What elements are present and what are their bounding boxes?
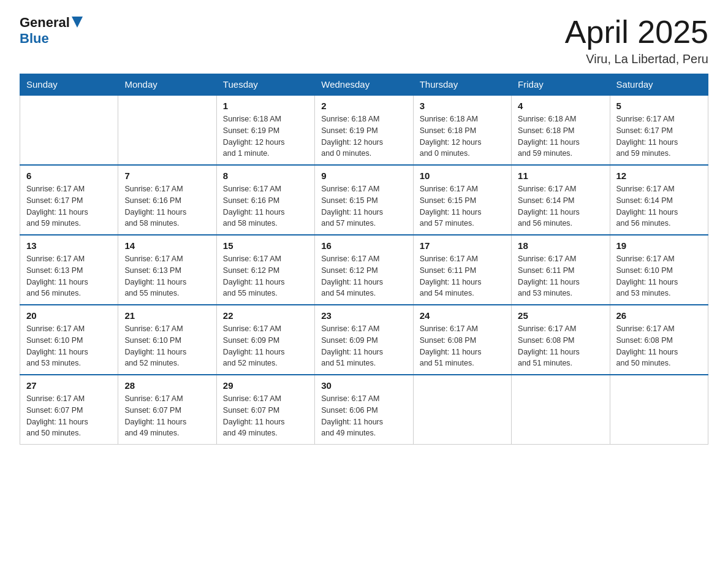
day-number: 26 — [616, 310, 702, 321]
calendar-cell: 29Sunrise: 6:17 AMSunset: 6:07 PMDayligh… — [216, 375, 314, 445]
day-info: Sunrise: 6:17 AMSunset: 6:10 PMDaylight:… — [124, 323, 210, 369]
calendar-cell: 21Sunrise: 6:17 AMSunset: 6:10 PMDayligh… — [118, 305, 216, 375]
day-info: Sunrise: 6:17 AMSunset: 6:07 PMDaylight:… — [124, 393, 210, 439]
day-number: 6 — [26, 170, 112, 181]
day-number: 16 — [321, 240, 406, 251]
calendar-week-row: 20Sunrise: 6:17 AMSunset: 6:10 PMDayligh… — [20, 305, 708, 375]
day-info: Sunrise: 6:17 AMSunset: 6:08 PMDaylight:… — [518, 323, 603, 369]
day-info: Sunrise: 6:17 AMSunset: 6:08 PMDaylight:… — [616, 323, 702, 369]
weekday-header: Sunday — [20, 74, 118, 96]
calendar-cell: 17Sunrise: 6:17 AMSunset: 6:11 PMDayligh… — [413, 235, 511, 305]
calendar-table: SundayMondayTuesdayWednesdayThursdayFrid… — [20, 74, 708, 445]
day-info: Sunrise: 6:18 AMSunset: 6:19 PMDaylight:… — [321, 113, 406, 159]
logo-triangle-icon — [72, 17, 83, 28]
weekday-header: Tuesday — [216, 74, 314, 96]
calendar-cell: 18Sunrise: 6:17 AMSunset: 6:11 PMDayligh… — [512, 235, 610, 305]
calendar-cell: 13Sunrise: 6:17 AMSunset: 6:13 PMDayligh… — [20, 235, 118, 305]
calendar-cell: 1Sunrise: 6:18 AMSunset: 6:19 PMDaylight… — [216, 95, 314, 165]
weekday-header: Monday — [118, 74, 216, 96]
day-number: 30 — [321, 380, 406, 391]
calendar-week-row: 13Sunrise: 6:17 AMSunset: 6:13 PMDayligh… — [20, 235, 708, 305]
calendar-cell: 27Sunrise: 6:17 AMSunset: 6:07 PMDayligh… — [20, 375, 118, 445]
day-number: 8 — [223, 170, 308, 181]
day-number: 24 — [420, 310, 505, 321]
calendar-header-row: SundayMondayTuesdayWednesdayThursdayFrid… — [20, 74, 708, 96]
day-info: Sunrise: 6:17 AMSunset: 6:06 PMDaylight:… — [321, 393, 406, 439]
day-info: Sunrise: 6:17 AMSunset: 6:07 PMDaylight:… — [26, 393, 112, 439]
calendar-cell — [610, 375, 708, 445]
day-number: 15 — [223, 240, 308, 251]
day-number: 3 — [420, 101, 505, 111]
day-number: 17 — [420, 240, 505, 251]
calendar-cell: 26Sunrise: 6:17 AMSunset: 6:08 PMDayligh… — [610, 305, 708, 375]
day-info: Sunrise: 6:17 AMSunset: 6:13 PMDaylight:… — [124, 253, 210, 299]
calendar-cell: 25Sunrise: 6:17 AMSunset: 6:08 PMDayligh… — [512, 305, 610, 375]
calendar-cell: 11Sunrise: 6:17 AMSunset: 6:14 PMDayligh… — [512, 165, 610, 235]
day-info: Sunrise: 6:17 AMSunset: 6:15 PMDaylight:… — [420, 183, 505, 229]
day-number: 5 — [616, 101, 702, 111]
day-info: Sunrise: 6:18 AMSunset: 6:19 PMDaylight:… — [223, 113, 308, 159]
day-number: 20 — [26, 310, 112, 321]
day-number: 27 — [26, 380, 112, 391]
calendar-cell: 6Sunrise: 6:17 AMSunset: 6:17 PMDaylight… — [20, 165, 118, 235]
calendar-cell: 30Sunrise: 6:17 AMSunset: 6:06 PMDayligh… — [315, 375, 413, 445]
day-number: 19 — [616, 240, 702, 251]
logo-general-text: General — [20, 15, 70, 31]
calendar-cell: 2Sunrise: 6:18 AMSunset: 6:19 PMDaylight… — [315, 95, 413, 165]
day-info: Sunrise: 6:18 AMSunset: 6:18 PMDaylight:… — [518, 113, 603, 159]
calendar-cell: 14Sunrise: 6:17 AMSunset: 6:13 PMDayligh… — [118, 235, 216, 305]
day-number: 10 — [420, 170, 505, 181]
day-info: Sunrise: 6:17 AMSunset: 6:17 PMDaylight:… — [616, 113, 702, 159]
calendar-cell: 24Sunrise: 6:17 AMSunset: 6:08 PMDayligh… — [413, 305, 511, 375]
day-info: Sunrise: 6:17 AMSunset: 6:11 PMDaylight:… — [420, 253, 505, 299]
title-block: April 2025 Viru, La Libertad, Peru — [565, 15, 708, 66]
calendar-week-row: 1Sunrise: 6:18 AMSunset: 6:19 PMDaylight… — [20, 95, 708, 165]
calendar-cell: 15Sunrise: 6:17 AMSunset: 6:12 PMDayligh… — [216, 235, 314, 305]
calendar-cell: 7Sunrise: 6:17 AMSunset: 6:16 PMDaylight… — [118, 165, 216, 235]
calendar-cell: 3Sunrise: 6:18 AMSunset: 6:18 PMDaylight… — [413, 95, 511, 165]
day-info: Sunrise: 6:17 AMSunset: 6:11 PMDaylight:… — [518, 253, 603, 299]
day-number: 23 — [321, 310, 406, 321]
page-title: April 2025 — [565, 15, 708, 50]
day-info: Sunrise: 6:17 AMSunset: 6:08 PMDaylight:… — [420, 323, 505, 369]
day-number: 18 — [518, 240, 603, 251]
logo-blue-text: Blue — [20, 31, 49, 47]
weekday-header: Friday — [512, 74, 610, 96]
calendar-cell: 10Sunrise: 6:17 AMSunset: 6:15 PMDayligh… — [413, 165, 511, 235]
day-info: Sunrise: 6:17 AMSunset: 6:10 PMDaylight:… — [616, 253, 702, 299]
day-number: 12 — [616, 170, 702, 181]
day-number: 1 — [223, 101, 308, 111]
day-info: Sunrise: 6:17 AMSunset: 6:14 PMDaylight:… — [616, 183, 702, 229]
day-number: 25 — [518, 310, 603, 321]
calendar-week-row: 6Sunrise: 6:17 AMSunset: 6:17 PMDaylight… — [20, 165, 708, 235]
day-number: 14 — [124, 240, 210, 251]
calendar-cell: 23Sunrise: 6:17 AMSunset: 6:09 PMDayligh… — [315, 305, 413, 375]
calendar-cell: 19Sunrise: 6:17 AMSunset: 6:10 PMDayligh… — [610, 235, 708, 305]
day-info: Sunrise: 6:17 AMSunset: 6:15 PMDaylight:… — [321, 183, 406, 229]
svg-marker-0 — [72, 17, 83, 28]
calendar-cell: 16Sunrise: 6:17 AMSunset: 6:12 PMDayligh… — [315, 235, 413, 305]
calendar-cell: 28Sunrise: 6:17 AMSunset: 6:07 PMDayligh… — [118, 375, 216, 445]
day-number: 21 — [124, 310, 210, 321]
weekday-header: Thursday — [413, 74, 511, 96]
day-info: Sunrise: 6:17 AMSunset: 6:12 PMDaylight:… — [223, 253, 308, 299]
calendar-cell — [20, 95, 118, 165]
day-number: 7 — [124, 170, 210, 181]
weekday-header: Wednesday — [315, 74, 413, 96]
calendar-cell: 8Sunrise: 6:17 AMSunset: 6:16 PMDaylight… — [216, 165, 314, 235]
calendar-cell — [413, 375, 511, 445]
day-info: Sunrise: 6:17 AMSunset: 6:09 PMDaylight:… — [321, 323, 406, 369]
calendar-cell — [512, 375, 610, 445]
day-number: 28 — [124, 380, 210, 391]
day-info: Sunrise: 6:17 AMSunset: 6:14 PMDaylight:… — [518, 183, 603, 229]
day-number: 4 — [518, 101, 603, 111]
calendar-cell: 4Sunrise: 6:18 AMSunset: 6:18 PMDaylight… — [512, 95, 610, 165]
day-number: 2 — [321, 101, 406, 111]
calendar-week-row: 27Sunrise: 6:17 AMSunset: 6:07 PMDayligh… — [20, 375, 708, 445]
day-info: Sunrise: 6:17 AMSunset: 6:07 PMDaylight:… — [223, 393, 308, 439]
day-info: Sunrise: 6:17 AMSunset: 6:09 PMDaylight:… — [223, 323, 308, 369]
day-info: Sunrise: 6:18 AMSunset: 6:18 PMDaylight:… — [420, 113, 505, 159]
calendar-cell: 12Sunrise: 6:17 AMSunset: 6:14 PMDayligh… — [610, 165, 708, 235]
day-number: 11 — [518, 170, 603, 181]
calendar-cell: 20Sunrise: 6:17 AMSunset: 6:10 PMDayligh… — [20, 305, 118, 375]
